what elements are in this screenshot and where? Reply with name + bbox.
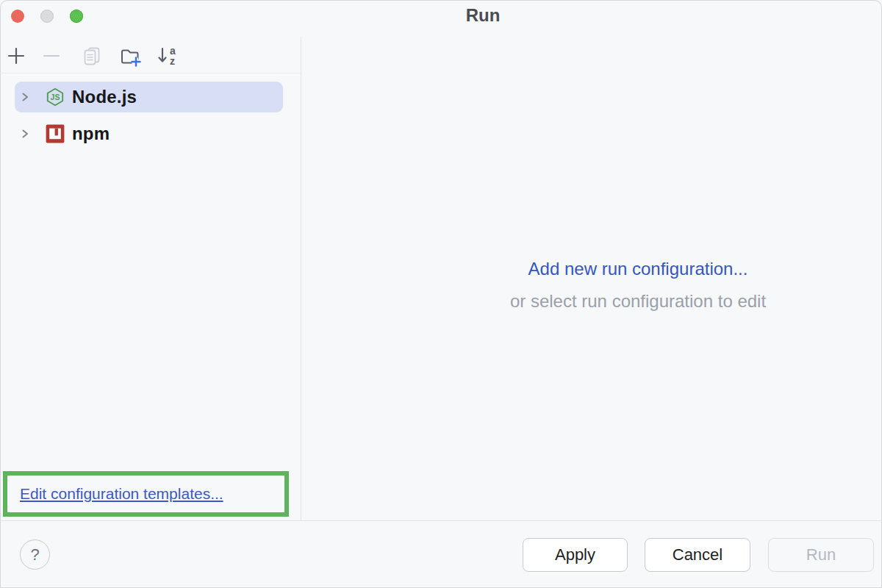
- tree-item-nodejs[interactable]: JS Node.js: [15, 82, 283, 112]
- apply-button[interactable]: Apply: [523, 538, 628, 572]
- sort-configurations-button[interactable]: a z: [156, 44, 179, 68]
- add-configuration-button[interactable]: [4, 44, 28, 68]
- zoom-button[interactable]: [70, 10, 83, 23]
- copy-configuration-button[interactable]: [80, 44, 104, 68]
- empty-state-hint: or select run configuration to edit: [510, 291, 766, 312]
- question-mark-icon: ?: [30, 545, 39, 564]
- tree-item-npm[interactable]: npm: [15, 118, 283, 149]
- cancel-button[interactable]: Cancel: [645, 538, 750, 572]
- sort-az-icon: a z: [156, 45, 179, 67]
- nodejs-icon: JS: [46, 87, 65, 107]
- minimize-button[interactable]: [40, 10, 54, 23]
- sidebar-divider: [301, 37, 301, 520]
- run-button[interactable]: Run: [768, 538, 874, 572]
- chevron-right-icon[interactable]: [19, 128, 31, 140]
- empty-state: Add new run configuration... or select r…: [510, 259, 766, 312]
- footer-divider: [0, 520, 882, 521]
- run-configurations-dialog: Run: [0, 0, 882, 588]
- create-folder-button[interactable]: [118, 44, 142, 68]
- tree-item-label: Node.js: [72, 87, 137, 107]
- add-new-run-configuration-link[interactable]: Add new run configuration...: [510, 259, 766, 279]
- copy-icon: [82, 46, 102, 66]
- remove-configuration-button[interactable]: [40, 44, 63, 68]
- annotation-highlight-box: Edit configuration templates...: [3, 471, 289, 517]
- toolbar-divider: [0, 73, 301, 74]
- new-folder-icon: [119, 45, 141, 67]
- plus-icon: [6, 46, 26, 66]
- tree-item-label: npm: [72, 123, 110, 144]
- minus-icon: [41, 46, 62, 66]
- npm-icon: [46, 124, 65, 143]
- edit-configuration-templates-link[interactable]: Edit configuration templates...: [20, 485, 223, 503]
- chevron-right-icon[interactable]: [19, 91, 31, 103]
- dialog-title: Run: [466, 5, 501, 26]
- svg-text:JS: JS: [51, 93, 60, 101]
- svg-text:z: z: [170, 55, 175, 67]
- help-button[interactable]: ?: [20, 539, 50, 570]
- close-button[interactable]: [11, 10, 24, 23]
